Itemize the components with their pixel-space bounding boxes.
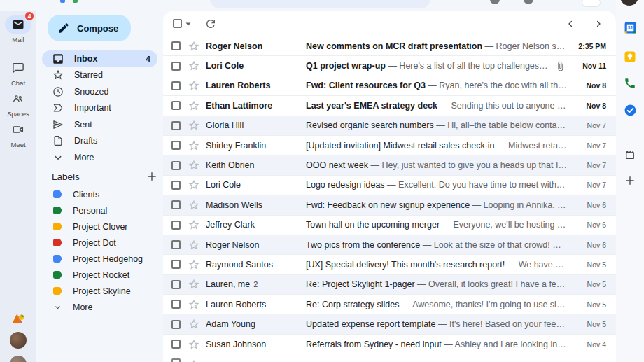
- user-avatar-partial[interactable]: [10, 356, 27, 362]
- refresh-icon[interactable]: [204, 18, 217, 30]
- email-row[interactable]: Madison WellsFwd: Feedback on new signup…: [163, 195, 616, 215]
- email-date: Nov 8: [567, 81, 606, 90]
- star-button[interactable]: [188, 99, 200, 112]
- email-checkbox[interactable]: [172, 320, 181, 329]
- select-dropdown-icon[interactable]: [185, 20, 192, 27]
- support-icon[interactable]: [490, 0, 500, 4]
- email-row[interactable]: Keith ObrienOOO next week — Hey, just wa…: [163, 155, 616, 175]
- rail-item-chat[interactable]: Chat: [0, 59, 36, 87]
- email-row[interactable]: Lori ColeQ1 project wrap-up — Here's a l…: [163, 56, 616, 76]
- label-item-project-hedgehog[interactable]: Project Hedgehog: [42, 251, 158, 267]
- email-checkbox[interactable]: [172, 340, 181, 349]
- email-row[interactable]: Roger NelsonNew comments on MCR draft pr…: [163, 36, 616, 56]
- star-button[interactable]: [188, 358, 200, 362]
- star-button[interactable]: [188, 139, 200, 152]
- email-row-partial[interactable]: [163, 354, 616, 362]
- email-row[interactable]: Susan JohnsonReferrals from Sydney - nee…: [163, 335, 616, 354]
- label-item-project-skyline[interactable]: Project Skyline: [42, 283, 158, 299]
- sidebar-item-inbox[interactable]: Inbox4: [42, 50, 158, 67]
- star-button[interactable]: [188, 318, 200, 330]
- email-checkbox[interactable]: [172, 200, 181, 209]
- rail-pill: [5, 59, 31, 77]
- star-button[interactable]: [188, 60, 200, 72]
- compose-button[interactable]: Compose: [48, 15, 131, 41]
- email-checkbox[interactable]: [172, 300, 181, 309]
- attachment-paperclip-icon: [555, 61, 566, 71]
- apps-grid-icon[interactable]: [582, 0, 601, 7]
- rail-item-mail[interactable]: 4Mail: [0, 15, 36, 43]
- label-item-clients[interactable]: Clients: [42, 186, 158, 202]
- add-label-button[interactable]: [146, 170, 158, 183]
- side-panel-keep-button[interactable]: [616, 50, 644, 63]
- email-row[interactable]: Raymond Santos[UX] Special delivery! Thi…: [163, 255, 616, 274]
- clock-icon: [52, 85, 64, 98]
- label-item-project-rocket[interactable]: Project Rocket: [42, 267, 158, 283]
- sidebar-item-sent[interactable]: Sent: [42, 116, 158, 133]
- email-row[interactable]: Gloria HillRevised organic search number…: [163, 116, 616, 136]
- email-row[interactable]: Lori ColeLogo redesign ideas — Excellent…: [163, 176, 616, 195]
- email-checkbox[interactable]: [172, 101, 181, 110]
- email-checkbox[interactable]: [172, 260, 181, 269]
- side-panel-voice-button[interactable]: [616, 77, 644, 90]
- addons-icon: [624, 148, 636, 161]
- star-button[interactable]: [188, 298, 200, 311]
- side-panel-plus-button[interactable]: [616, 174, 644, 187]
- email-checkbox[interactable]: [172, 141, 181, 150]
- sidebar-item-starred[interactable]: Starred: [42, 67, 158, 84]
- rail-item-spaces[interactable]: Spaces: [0, 90, 36, 118]
- email-subject: Fwd: Feedback on new signup experience: [306, 200, 470, 210]
- label-item-personal[interactable]: Personal: [42, 202, 158, 218]
- star-button[interactable]: [188, 199, 200, 211]
- rail-item-meet[interactable]: Meet: [0, 120, 36, 148]
- email-checkbox[interactable]: [172, 240, 181, 249]
- email-row[interactable]: Ethan LattimoreLast year's EMEA strategy…: [163, 96, 616, 116]
- star-button[interactable]: [188, 79, 200, 92]
- newer-page-icon[interactable]: [563, 16, 578, 32]
- select-all-checkbox[interactable]: [173, 19, 182, 28]
- side-panel-tasks-button[interactable]: [616, 104, 644, 117]
- email-row[interactable]: Lauren RobertsFwd: Client resources for …: [163, 76, 616, 96]
- user-avatar[interactable]: [10, 332, 27, 349]
- settings-icon[interactable]: [524, 0, 533, 4]
- side-panel-addons-button[interactable]: [616, 148, 644, 161]
- email-checkbox[interactable]: [172, 161, 181, 170]
- email-checkbox[interactable]: [172, 62, 181, 71]
- email-checkbox[interactable]: [172, 181, 181, 190]
- email-checkbox[interactable]: [172, 358, 181, 362]
- email-checkbox[interactable]: [172, 221, 181, 230]
- star-button[interactable]: [188, 278, 200, 291]
- label-item-project-clover[interactable]: Project Clover: [42, 218, 158, 235]
- sidebar-item-snoozed[interactable]: Snoozed: [42, 83, 158, 100]
- rail-pill: [5, 90, 31, 108]
- sidebar-item-label: Drafts: [74, 136, 150, 146]
- label-item-project-dot[interactable]: Project Dot: [42, 235, 158, 251]
- list-toolbar: [163, 11, 616, 36]
- star-button[interactable]: [188, 119, 200, 132]
- email-row[interactable]: Shirley Franklin[Updated invitation] Mid…: [163, 136, 616, 155]
- email-subject: Updated expense report template: [306, 319, 436, 329]
- star-button[interactable]: [188, 40, 200, 53]
- star-button[interactable]: [188, 239, 200, 251]
- email-checkbox[interactable]: [172, 280, 181, 289]
- sidebar-item-more[interactable]: More: [42, 149, 158, 166]
- star-button[interactable]: [188, 258, 200, 271]
- email-row[interactable]: Jeffrey ClarkTown hall on the upcoming m…: [163, 216, 616, 235]
- email-row[interactable]: Roger NelsonTwo pics from the conference…: [163, 235, 616, 255]
- email-checkbox[interactable]: [172, 81, 181, 90]
- star-button[interactable]: [188, 218, 200, 231]
- sidebar-item-important[interactable]: Important: [42, 100, 158, 117]
- label-item-more[interactable]: More: [42, 299, 158, 315]
- star-button[interactable]: [188, 179, 200, 191]
- search-bar[interactable]: [210, 0, 430, 8]
- email-sender: Jeffrey Clark: [206, 220, 306, 230]
- email-row[interactable]: Adam YoungUpdated expense report templat…: [163, 314, 616, 334]
- star-button[interactable]: [188, 338, 200, 351]
- side-panel-calendar-button[interactable]: 31: [616, 21, 644, 34]
- email-row[interactable]: Lauren, me2Re: Project Skylight 1-pager …: [163, 275, 616, 295]
- sidebar-item-drafts[interactable]: Drafts: [42, 133, 158, 150]
- email-row[interactable]: Lauren RobertsRe: Corp strategy slides —…: [163, 295, 616, 314]
- older-page-icon[interactable]: [591, 16, 606, 32]
- star-button[interactable]: [188, 159, 200, 172]
- email-checkbox[interactable]: [172, 121, 181, 130]
- email-checkbox[interactable]: [172, 41, 181, 50]
